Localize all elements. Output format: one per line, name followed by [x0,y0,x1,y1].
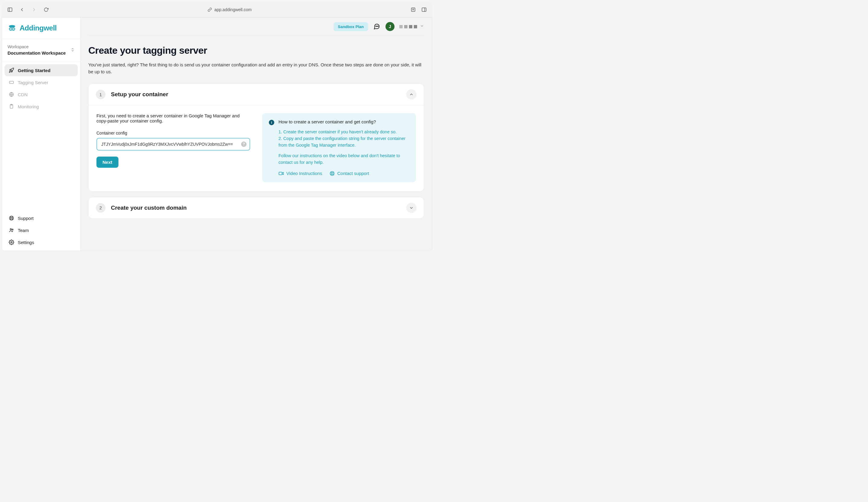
forward-icon[interactable] [31,7,37,12]
reload-icon[interactable] [43,7,49,12]
collapse-button[interactable] [406,89,416,100]
sidebar-item-label: Tagging Server [18,80,48,85]
expand-button[interactable] [406,203,416,213]
video-icon [278,171,284,176]
lifebuoy-icon [329,171,335,176]
svg-point-25 [12,229,13,230]
workspace-name: Documentation Workspace [8,50,75,56]
info-title: How to create a server container and get… [278,119,376,124]
url-text: app.addingwell.com [214,7,252,12]
help-icon[interactable]: ? [241,141,247,147]
svg-point-33 [331,172,333,174]
sidebar-item-label: Support [18,216,34,221]
svg-point-10 [10,29,11,30]
globe-icon [9,92,14,97]
info-line-1: 1. Create the server container if you ha… [278,129,409,135]
step-header-1[interactable]: 1 Setup your container [89,84,424,105]
chat-icon[interactable] [373,23,381,30]
info-line-3: Follow our instructions on the video bel… [278,153,409,166]
chevron-up-down-icon [71,48,75,53]
address-bar[interactable]: app.addingwell.com [49,7,411,12]
video-instructions-link[interactable]: Video Instructions [278,171,322,176]
sidebar-item-getting-started[interactable]: Getting Started [4,64,78,76]
workspace-label: Workspace [8,44,75,49]
svg-line-22 [10,219,11,220]
plan-badge[interactable]: Sandbox Plan [334,22,368,31]
step-instruction: First, you need to create a server conta… [96,113,250,123]
page-title: Create your tagging server [88,45,424,56]
svg-point-24 [10,229,12,230]
chevron-up-icon [409,92,414,97]
sidebar-item-cdn[interactable]: CDN [4,88,78,100]
step-card-2: 2 Create your custom domain [88,197,424,219]
container-config-input[interactable] [96,138,250,151]
sidebar-item-label: Monitoring [18,104,39,109]
sidebar-item-label: Settings [18,240,34,245]
svg-rect-5 [422,8,426,11]
sidebar-item-label: Team [18,228,29,233]
user-name-redacted[interactable] [399,24,424,29]
svg-point-19 [11,217,12,219]
chrome-right-controls [411,7,427,12]
topbar: Sandbox Plan J [81,18,432,36]
sidebar-item-settings[interactable]: Settings [4,236,78,248]
svg-point-11 [13,29,14,30]
step-form: First, you need to create a server conta… [96,113,250,182]
sidebar-item-support[interactable]: Support [4,212,78,224]
chevron-down-icon [409,205,414,210]
chrome-nav-controls [7,7,49,12]
link-icon [208,8,212,12]
back-icon[interactable] [19,7,25,12]
sidebar-footer: Support Team Settings [2,210,80,251]
svg-line-37 [333,172,334,173]
svg-point-29 [378,26,379,27]
step-card-1: 1 Setup your container First, you need t… [88,83,424,192]
step-title: Setup your container [111,91,401,98]
field-label: Container config [96,131,250,135]
svg-line-35 [333,174,334,175]
sidebar-toggle-icon[interactable] [7,7,13,12]
svg-marker-31 [282,172,283,175]
svg-line-36 [331,174,331,175]
contact-support-link[interactable]: Contact support [329,171,369,176]
svg-line-21 [12,219,13,220]
settings-icon [9,240,14,245]
step-number: 2 [96,203,105,213]
main-content: Sandbox Plan J Create your tagging serve… [81,18,432,251]
app-shell: Addingwell Workspace Documentation Works… [2,18,432,251]
page-description: You've just started, right? The first th… [88,61,424,75]
sidebar-item-label: Getting Started [18,68,50,73]
svg-point-28 [377,26,378,27]
info-icon: i [269,120,274,125]
workspace-selector[interactable]: Workspace Documentation Workspace [2,39,80,62]
sidebar-item-team[interactable]: Team [4,224,78,236]
avatar[interactable]: J [385,22,394,31]
sidebar-logo[interactable]: Addingwell [2,18,80,39]
sidebar: Addingwell Workspace Documentation Works… [2,18,81,251]
svg-rect-0 [8,8,12,11]
step-title: Create your custom domain [111,204,401,211]
svg-rect-30 [279,172,282,175]
svg-point-26 [11,242,12,243]
svg-line-20 [10,217,11,218]
svg-point-7 [9,25,16,28]
logo-icon [8,23,17,32]
step-number: 1 [96,90,105,99]
info-box: i How to create a server container and g… [262,113,416,182]
tabs-icon[interactable] [421,7,427,12]
rocket-icon [9,68,14,73]
info-line-2: 2. Copy and paste the configuration stri… [278,135,409,149]
sidebar-item-monitoring[interactable]: Monitoring [4,100,78,112]
reader-icon[interactable] [411,7,416,12]
clipboard-icon [9,104,14,109]
logo-text: Addingwell [20,24,56,32]
next-button[interactable]: Next [96,157,118,168]
sidebar-item-tagging-server[interactable]: Tagging Server [4,76,78,88]
chevron-down-icon [420,24,424,29]
svg-line-34 [331,172,331,173]
info-actions: Video Instructions Contact support [269,171,409,176]
svg-rect-12 [9,81,13,83]
svg-line-23 [12,217,13,218]
step-header-2[interactable]: 2 Create your custom domain [89,197,424,219]
page-content: Create your tagging server You've just s… [81,36,432,236]
